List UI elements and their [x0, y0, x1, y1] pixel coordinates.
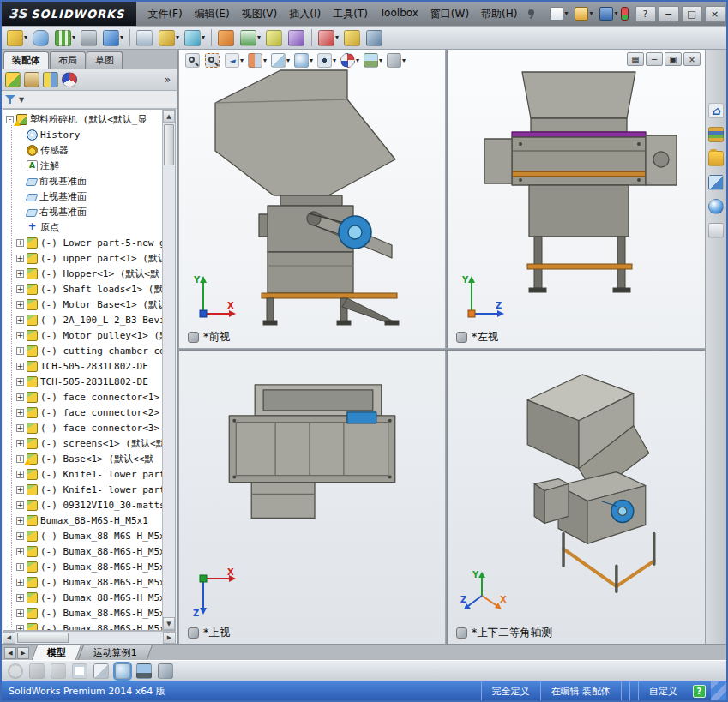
scroll-thumb[interactable] — [164, 124, 174, 165]
new-motion-study-icon[interactable] — [216, 28, 237, 48]
design-library-icon[interactable] — [708, 127, 724, 142]
tree-item[interactable]: (-) Knife1- lower part< — [3, 482, 162, 497]
overflow-chevron-icon[interactable]: » — [162, 74, 173, 86]
tree-item[interactable]: (-) Shaft loads<1> (默认 — [3, 281, 162, 297]
move-component-icon[interactable] — [101, 28, 125, 48]
expand-toggle-icon[interactable] — [16, 393, 24, 401]
pane-split-icon[interactable]: ▦ — [627, 52, 644, 66]
configuration-manager-icon[interactable] — [43, 72, 58, 87]
tree-item[interactable]: (-) Bumax_88-M6S-H_M5x1 — [3, 621, 162, 630]
scroll-thumb[interactable] — [17, 633, 69, 643]
tree-item[interactable]: (-) Motor Base<1> (默认 — [3, 297, 162, 312]
menu-item[interactable]: 插入(I) — [283, 4, 327, 24]
expand-toggle-icon[interactable] — [16, 363, 24, 370]
feature-manager-icon[interactable] — [5, 72, 21, 87]
tab-scroll-icon[interactable]: ▶ — [17, 647, 29, 659]
tree-item[interactable]: (-) cutting chamber cov — [3, 343, 162, 358]
expand-toggle-icon[interactable] — [16, 486, 24, 494]
menu-item[interactable]: 窗口(W) — [424, 4, 475, 24]
zoom-area-icon[interactable] — [204, 52, 221, 69]
solidworks-resources-icon[interactable] — [708, 103, 724, 118]
tree-item[interactable]: TCH-505-2831L802-DE — [3, 374, 162, 389]
expand-toggle-icon[interactable] — [16, 255, 24, 262]
expand-toggle-icon[interactable] — [16, 285, 24, 293]
tree-item[interactable]: (-) 09312VI10_30-mattss — [3, 497, 162, 513]
tree-item[interactable]: 传感器 — [3, 142, 162, 158]
toolbar-separator[interactable] — [211, 29, 212, 46]
tree-item[interactable]: (-) Bumax_88-M6S-H_M5x1 — [3, 528, 162, 543]
custom-properties-icon[interactable] — [708, 223, 724, 238]
toolbar-separator[interactable] — [129, 29, 130, 46]
bill-of-materials-icon[interactable] — [238, 28, 262, 48]
explode-line-sketch-icon[interactable] — [286, 28, 307, 48]
tab-scroll-icon[interactable]: ◀ — [4, 647, 16, 659]
expand-toggle-icon[interactable] — [16, 501, 24, 509]
tree-item[interactable]: 塑料粉碎机 (默认<默认_显 — [3, 111, 162, 127]
viewport-isometric-view[interactable]: Y X Z *上下二等角轴测 — [448, 351, 705, 644]
toolbar-separator[interactable] — [311, 29, 312, 46]
shaded-with-edges-icon[interactable] — [113, 662, 132, 681]
panel-tab[interactable]: 布局 — [50, 51, 86, 69]
expand-toggle-icon[interactable] — [16, 440, 24, 447]
open-icon[interactable] — [572, 5, 595, 22]
tree-item[interactable]: (-) screens<1> (默认<默 — [3, 435, 162, 451]
graphics-area[interactable]: ▦─▣× — [178, 50, 705, 644]
menu-item[interactable]: 帮助(H) — [475, 4, 523, 24]
scroll-up-icon[interactable]: ▲ — [163, 110, 175, 123]
tree-item[interactable]: (-) upper part<1> (默认 — [3, 250, 162, 266]
view-orientation-icon[interactable] — [270, 52, 291, 69]
mass-properties-icon[interactable] — [364, 28, 385, 48]
tree-item[interactable]: (-) Lower part-5-new gr — [3, 235, 162, 250]
tree-item[interactable]: (-) Hopper<1> (默认<默 — [3, 266, 162, 281]
expand-toggle-icon[interactable] — [16, 563, 24, 571]
expand-toggle-icon[interactable] — [16, 332, 24, 339]
viewport-vertical-splitter[interactable] — [445, 50, 448, 644]
file-explorer-icon[interactable] — [708, 151, 724, 166]
scroll-track[interactable] — [163, 123, 175, 617]
tree-item[interactable]: (-) Bumax_88-M6S-H_M5x1 — [3, 559, 162, 574]
view-palette-icon[interactable] — [708, 175, 724, 190]
model-tab[interactable]: 运动算例1 — [78, 645, 153, 660]
filter-caret-icon[interactable]: ▼ — [19, 96, 24, 104]
tree-item[interactable]: (-) 2A_100_L-2_B3-Bevi- — [3, 312, 162, 327]
expand-toggle-icon[interactable] — [16, 517, 24, 525]
tree-vertical-scrollbar[interactable]: ▲ ▼ — [162, 110, 175, 630]
help-button[interactable]: ? — [635, 6, 656, 22]
expand-toggle-icon[interactable] — [16, 409, 24, 417]
pane-close-icon[interactable]: × — [683, 52, 701, 66]
exploded-view-icon[interactable] — [264, 28, 285, 48]
maximize-button[interactable]: □ — [682, 6, 702, 22]
customize-button[interactable]: 自定义 — [638, 681, 688, 700]
scroll-down-icon[interactable]: ▼ — [163, 617, 175, 630]
tree-item[interactable]: (-) Knife1- lower part< — [3, 466, 162, 482]
menu-pin-icon[interactable] — [526, 9, 537, 20]
expand-toggle-icon[interactable] — [16, 609, 24, 617]
expand-toggle-icon[interactable] — [16, 239, 24, 247]
expand-toggle-icon[interactable] — [16, 594, 24, 602]
viewport-left-view[interactable]: Y Z *左视 — [448, 50, 705, 348]
appearances-icon[interactable] — [708, 199, 724, 214]
expand-toggle-icon[interactable] — [16, 471, 24, 478]
tree-item[interactable]: (-) Base<1> (默认<<默 — [3, 451, 162, 466]
expand-toggle-icon[interactable] — [16, 424, 24, 432]
expand-toggle-icon[interactable] — [16, 270, 24, 278]
tree-item[interactable]: History — [3, 127, 162, 142]
tree-item[interactable]: 原点 — [3, 219, 162, 235]
expand-toggle-icon[interactable] — [16, 301, 24, 309]
previous-view-icon[interactable] — [224, 52, 244, 69]
menu-item[interactable]: Toolbox — [374, 4, 424, 24]
view-settings-icon[interactable] — [386, 52, 406, 69]
tree-item[interactable]: (-) face connector<2> — [3, 405, 162, 420]
tree-item[interactable]: (-) Bumax_88-M6S-H_M5x1 — [3, 590, 162, 605]
tree-horizontal-scrollbar[interactable]: ◀ ▶ — [3, 631, 176, 644]
quick-snaps-icon[interactable] — [49, 662, 68, 681]
scroll-left-icon[interactable]: ◀ — [3, 632, 15, 644]
apply-scene-icon[interactable] — [363, 52, 383, 69]
reference-geometry-icon[interactable] — [183, 28, 207, 48]
expand-toggle-icon[interactable] — [16, 625, 24, 631]
tree-item[interactable]: (-) Bumax_88-M6S-H_M5x1 — [3, 543, 162, 559]
minimize-button[interactable]: ─ — [659, 6, 679, 22]
pane-restore-icon[interactable]: ▣ — [665, 52, 682, 66]
quick-tips-icon[interactable]: ? — [693, 685, 706, 698]
show-hidden-components-icon[interactable] — [135, 28, 155, 48]
